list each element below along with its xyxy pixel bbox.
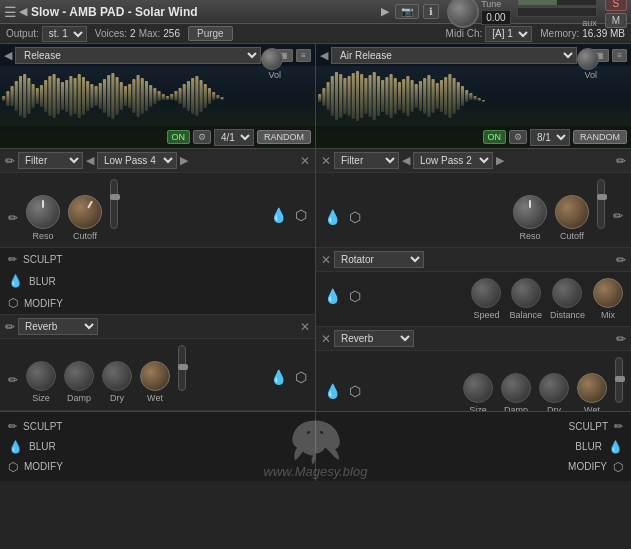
right-reverb-hex[interactable]: ⬡ — [349, 383, 361, 399]
bottom-right-modify-hex[interactable]: ⬡ — [613, 460, 623, 474]
left-gear-btn[interactable]: ⚙ — [193, 130, 211, 144]
bottom-right-modify-label[interactable]: MODIFY — [568, 461, 607, 472]
right-reso-knob[interactable] — [513, 195, 547, 229]
right-pencil-icon[interactable]: ✏ — [616, 154, 626, 168]
right-reverb-close[interactable]: ✕ — [321, 332, 331, 346]
left-dry-knob-group: Dry — [102, 361, 132, 403]
menu-icon[interactable]: ☰ — [4, 4, 17, 20]
left-filter-prev[interactable]: ◀ — [86, 154, 94, 167]
next-preset-btn[interactable]: ▶ — [381, 5, 389, 18]
right-rotator-drop[interactable]: 💧 — [324, 288, 341, 304]
left-filter-hex-icon[interactable]: ⬡ — [295, 207, 307, 223]
right-waveform-select[interactable]: Air Release — [331, 47, 577, 64]
left-modify-label[interactable]: MODIFY — [24, 298, 63, 309]
bottom-left-blur-label[interactable]: BLUR — [29, 441, 56, 452]
right-wet-knob[interactable] — [577, 373, 607, 403]
right-filter-prev[interactable]: ◀ — [402, 154, 410, 167]
right-size-knob[interactable] — [463, 373, 493, 403]
left-filter-type[interactable]: Low Pass 4 — [97, 152, 177, 169]
left-reverb-select[interactable]: Reverb — [18, 318, 98, 335]
bottom-left-sculpt-pencil[interactable]: ✏ — [8, 420, 17, 433]
left-reverb-drop[interactable]: 💧 — [270, 369, 287, 385]
right-filter-type[interactable]: Low Pass 2 — [413, 152, 493, 169]
m-button[interactable]: M — [605, 13, 627, 28]
left-damp-knob[interactable] — [64, 361, 94, 391]
right-grid-btn2[interactable]: ≡ — [612, 49, 627, 62]
left-filter-select[interactable]: Filter — [18, 152, 83, 169]
left-on-btn[interactable]: ON — [167, 130, 191, 144]
left-filter-slider[interactable] — [110, 179, 118, 229]
right-filter-select[interactable]: Filter — [334, 152, 399, 169]
left-filter-next[interactable]: ▶ — [180, 154, 188, 167]
bottom-right-sculpt-pencil[interactable]: ✏ — [614, 420, 623, 433]
left-reverb-hex[interactable]: ⬡ — [295, 369, 307, 385]
right-balance-knob[interactable] — [511, 278, 541, 308]
left-filter-drop-icon[interactable]: 💧 — [270, 207, 287, 223]
right-rotator-close[interactable]: ✕ — [321, 253, 331, 267]
purge-button[interactable]: Purge — [188, 26, 233, 41]
right-vol-knob[interactable] — [577, 48, 599, 70]
left-reverb-close[interactable]: ✕ — [300, 320, 310, 334]
left-dry-knob[interactable] — [102, 361, 132, 391]
left-size-knob[interactable] — [26, 361, 56, 391]
right-reverb-drop[interactable]: 💧 — [324, 383, 341, 399]
left-modify-hex[interactable]: ⬡ — [8, 296, 18, 310]
left-reso-knob[interactable] — [26, 195, 60, 229]
right-distance-knob[interactable] — [552, 278, 582, 308]
right-mix-knob[interactable] — [593, 278, 623, 308]
left-vol-knob[interactable] — [261, 48, 283, 70]
left-nav-prev[interactable]: ◀ — [4, 49, 12, 62]
right-filter-drop[interactable]: 💧 — [324, 209, 341, 225]
right-filter-hex[interactable]: ⬡ — [349, 209, 361, 225]
right-damp-knob[interactable] — [501, 373, 531, 403]
left-pencil-icon[interactable]: ✏ — [5, 154, 15, 168]
right-nav-prev[interactable]: ◀ — [320, 49, 328, 62]
right-cutoff-knob[interactable] — [555, 195, 589, 229]
left-filter-close[interactable]: ✕ — [300, 154, 310, 168]
left-filter-pencil2[interactable]: ✏ — [8, 211, 18, 225]
left-blur-drop[interactable]: 💧 — [8, 274, 23, 288]
left-random-btn[interactable]: RANDOM — [257, 130, 311, 144]
right-filter-next[interactable]: ▶ — [496, 154, 504, 167]
left-cutoff-knob[interactable] — [68, 195, 102, 229]
left-reverb-slider[interactable] — [178, 345, 186, 391]
right-on-btn[interactable]: ON — [483, 130, 507, 144]
left-blur-label[interactable]: BLUR — [29, 276, 56, 287]
right-rotator-pencil[interactable]: ✏ — [616, 253, 626, 267]
bottom-left-modify-hex[interactable]: ⬡ — [8, 460, 18, 474]
right-filter-close2[interactable]: ✕ — [321, 154, 331, 168]
right-filter-pencil2[interactable]: ✏ — [613, 209, 623, 223]
bottom-right-blur-drop[interactable]: 💧 — [608, 440, 623, 454]
right-filter-slider[interactable] — [597, 179, 605, 229]
left-reverb-pencil2[interactable]: ✏ — [8, 373, 18, 387]
bottom-right-sculpt-label[interactable]: SCULPT — [569, 421, 608, 432]
left-sculpt-pencil[interactable]: ✏ — [8, 253, 17, 266]
midi-select[interactable]: [A] 1 — [485, 26, 532, 42]
right-dry-knob[interactable] — [539, 373, 569, 403]
bottom-left-sculpt-label[interactable]: SCULPT — [23, 421, 62, 432]
camera-btn[interactable]: 📷 — [395, 4, 419, 19]
right-random-btn[interactable]: RANDOM — [573, 130, 627, 144]
right-reverb-select[interactable]: Reverb — [334, 330, 414, 347]
right-reverb-pencil[interactable]: ✏ — [616, 332, 626, 346]
left-time-select[interactable]: 4/1 — [214, 129, 254, 146]
tune-knob[interactable] — [447, 0, 479, 28]
bottom-left-modify-label[interactable]: MODIFY — [24, 461, 63, 472]
left-grid-btn2[interactable]: ≡ — [296, 49, 311, 62]
right-speed-knob[interactable] — [471, 278, 501, 308]
left-sculpt-label[interactable]: SCULPT — [23, 254, 62, 265]
left-waveform-select[interactable]: Release — [15, 47, 261, 64]
bottom-right-blur-label[interactable]: BLUR — [575, 441, 602, 452]
right-reverb-slider[interactable] — [615, 357, 623, 403]
left-wet-knob[interactable] — [140, 361, 170, 391]
right-rotator-select[interactable]: Rotator — [334, 251, 424, 268]
s-button[interactable]: S — [605, 0, 627, 11]
info-btn[interactable]: ℹ — [423, 4, 439, 19]
bottom-left-blur-drop[interactable]: 💧 — [8, 440, 23, 454]
right-time-select[interactable]: 8/1 — [530, 129, 570, 146]
right-gear-btn[interactable]: ⚙ — [509, 130, 527, 144]
right-rotator-hex[interactable]: ⬡ — [349, 288, 361, 304]
output-select[interactable]: st. 1 — [42, 26, 87, 42]
prev-preset-btn[interactable]: ◀ — [19, 5, 27, 18]
left-reverb-pencil[interactable]: ✏ — [5, 320, 15, 334]
